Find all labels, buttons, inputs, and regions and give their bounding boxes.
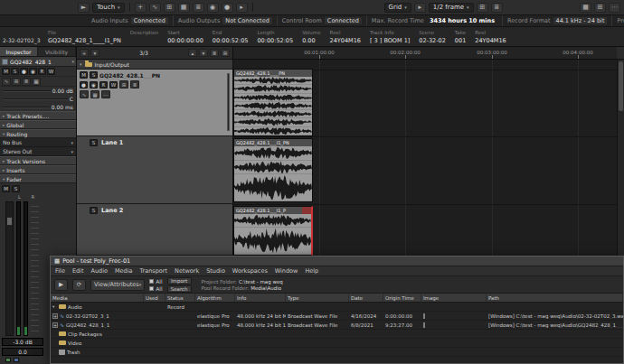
section-fader[interactable]: ▾ Fader bbox=[0, 174, 76, 183]
zoom-tool-icon[interactable]: ≣ bbox=[193, 3, 204, 13]
info-value[interactable]: 02-32-02 bbox=[419, 36, 446, 45]
track-freeze-icon[interactable]: ∿ bbox=[80, 90, 89, 98]
column-header-status[interactable]: Status bbox=[165, 294, 195, 302]
track-monitor-button[interactable]: ◉ bbox=[90, 81, 98, 89]
track-record-enable-button[interactable]: ● bbox=[80, 81, 88, 89]
chevron-down-icon[interactable]: ▾ bbox=[80, 61, 82, 67]
column-header-algorithm[interactable]: Algorithm bbox=[195, 294, 235, 302]
algorithm-cell[interactable]: elastique Pro bbox=[195, 313, 235, 319]
workspace-icon[interactable]: ▦ bbox=[580, 3, 591, 13]
waveform-thumbnail[interactable] bbox=[423, 322, 425, 328]
audio-event-lane-1[interactable]: GQ2482_428.1___I1_PN bbox=[233, 138, 313, 202]
channel-strip-icon[interactable]: ≣ bbox=[22, 78, 31, 86]
fader-mute-button[interactable]: M bbox=[2, 185, 10, 192]
lanes-icon[interactable]: ⊞ bbox=[12, 78, 21, 86]
mute-button[interactable]: M bbox=[2, 68, 10, 75]
track-more-icon[interactable]: ⋯ bbox=[101, 90, 110, 98]
track-read-button[interactable]: R bbox=[99, 81, 108, 89]
pool-row-video-folder[interactable]: Video bbox=[51, 339, 623, 348]
section-global[interactable]: ▸ Global bbox=[0, 120, 76, 129]
waveform-thumbnail[interactable] bbox=[423, 313, 425, 319]
audition-loop-button[interactable]: ⟳ bbox=[72, 279, 86, 291]
section-track-presets[interactable]: ▸ Track Presets.... bbox=[0, 111, 76, 120]
pool-row-audio-file[interactable]: + ∿ GQ2482_428_1_1 elastique Pro 48.000 … bbox=[51, 321, 623, 330]
media-name[interactable]: Trash bbox=[67, 350, 80, 355]
track-solo-button[interactable]: S bbox=[90, 71, 98, 79]
read-automation-button[interactable]: R bbox=[38, 68, 46, 75]
record-enable-button[interactable]: ● bbox=[20, 68, 28, 75]
freeze-icon[interactable]: ∿ bbox=[2, 78, 11, 86]
info-field-volume[interactable]: Volume0.00 bbox=[298, 29, 325, 45]
volume-slider[interactable] bbox=[3, 90, 51, 92]
info-value[interactable]: GQ2482_428_1____I1_PN bbox=[48, 36, 121, 45]
status-audio-inputs[interactable]: Audio Inputs Connected bbox=[87, 15, 174, 26]
info-field-start[interactable]: Start00:00:00:00 bbox=[163, 29, 208, 45]
info-field-reel[interactable]: Reel24Y04M16 bbox=[326, 29, 365, 45]
tab-visibility[interactable]: Visibility bbox=[38, 47, 76, 56]
write-automation-button[interactable]: W bbox=[47, 68, 55, 75]
algorithm-cell[interactable]: elastique Pro bbox=[195, 322, 235, 328]
info-value[interactable]: 24Y04M16 bbox=[475, 36, 506, 45]
track-channel-icon[interactable]: ▦ bbox=[90, 90, 99, 98]
grid-type-dropdown[interactable]: Grid ▾ bbox=[384, 3, 411, 13]
lane-solo-button[interactable]: S bbox=[90, 139, 98, 146]
import-button[interactable]: Import bbox=[167, 277, 192, 285]
track-lane-2[interactable]: S Lane 2 bbox=[77, 204, 233, 256]
pool-row-trash-folder[interactable]: Trash bbox=[51, 348, 623, 357]
track-controls-settings-icon[interactable]: ≣ bbox=[210, 49, 219, 57]
menu-item-network[interactable]: Network bbox=[175, 267, 199, 275]
info-field-end[interactable]: End00:00:52:05 bbox=[208, 29, 253, 45]
pool-row-audio-folder[interactable]: ▾ Audio Record bbox=[51, 303, 623, 312]
column-header-path[interactable]: Path bbox=[487, 294, 623, 302]
draw-tool-icon[interactable]: + bbox=[135, 3, 147, 13]
column-header-type[interactable]: Type bbox=[286, 294, 349, 302]
pan-value[interactable]: C bbox=[70, 96, 73, 102]
column-header-used[interactable]: Used bbox=[144, 294, 165, 302]
delay-value[interactable]: 0.00 ms bbox=[52, 104, 73, 110]
scroll-down-icon[interactable]: ▾ bbox=[199, 49, 208, 57]
track-mute-button[interactable]: M bbox=[80, 71, 88, 79]
track-lanes-icon[interactable]: ⊞ bbox=[119, 80, 128, 89]
midi-input-icon[interactable]: ≣ bbox=[491, 3, 503, 13]
status-control-room[interactable]: Control Room Connected bbox=[278, 15, 367, 26]
info-value[interactable]: 00:00:52:05 bbox=[213, 36, 249, 45]
status-frame-rate[interactable]: Project Frame Rate 24 fps bbox=[612, 15, 624, 26]
media-name[interactable]: 02-32-02T02_3_1 bbox=[66, 313, 109, 319]
filter-all-row-2[interactable]: All bbox=[149, 285, 162, 292]
monitor-button[interactable]: ◉ bbox=[29, 68, 37, 75]
inspector-track-header[interactable]: GQ2482_428_1 ▾ bbox=[0, 57, 76, 67]
setup-toolbar-icon[interactable]: ⊞ bbox=[594, 3, 606, 13]
pool-row-clip-packages-folder[interactable]: Clip Packages bbox=[51, 330, 623, 339]
add-track-icon[interactable]: + bbox=[80, 49, 89, 57]
expand-plus-icon[interactable]: + bbox=[52, 313, 58, 319]
expand-arrow-icon[interactable]: ▾ bbox=[52, 304, 57, 309]
divide-track-list-icon[interactable]: ⊞ bbox=[221, 49, 230, 57]
info-value[interactable]: 00:00:52:05 bbox=[257, 36, 293, 45]
scroll-up-icon[interactable]: ▴ bbox=[188, 49, 197, 57]
object-selection-tool-icon[interactable]: ► bbox=[78, 3, 90, 13]
menu-item-file[interactable]: File bbox=[55, 267, 65, 275]
info-field-scene[interactable]: Scene02-32-02 bbox=[414, 29, 450, 45]
audio-event-lane-2-selected[interactable]: GQ2482_428.1___I1_P bbox=[233, 206, 313, 256]
scrollbar-thumb[interactable] bbox=[619, 61, 623, 111]
volume-value[interactable]: 0.00 dB bbox=[52, 88, 73, 94]
track-name[interactable]: GQ2482_428.1___PN bbox=[99, 72, 160, 79]
tool-mode-dropdown[interactable]: Touch ▾ bbox=[92, 3, 125, 13]
mute-tool-icon[interactable]: ◉ bbox=[207, 3, 219, 13]
info-value[interactable] bbox=[130, 36, 158, 45]
audio-event-main[interactable]: GQ2482_428.1____PN bbox=[233, 69, 313, 136]
column-header-info[interactable]: Info bbox=[235, 294, 286, 302]
volume-fader[interactable] bbox=[5, 201, 14, 336]
column-header-origin-time[interactable]: Origin Time bbox=[383, 294, 421, 302]
info-value[interactable]: 001 bbox=[455, 36, 466, 45]
edit-channel-icon[interactable]: ▦ bbox=[32, 78, 41, 86]
menu-item-studio[interactable]: Studio bbox=[206, 267, 225, 275]
auto-scroll-icon[interactable]: ▸ bbox=[236, 3, 248, 13]
range-tool-icon[interactable]: ∿ bbox=[149, 3, 161, 13]
fader-level-readout[interactable]: -3.0 dB bbox=[2, 338, 43, 346]
info-field-reel-2[interactable]: Reel24Y04M16 bbox=[470, 29, 510, 45]
checkbox-icon[interactable] bbox=[149, 279, 154, 284]
menu-item-transport[interactable]: Transport bbox=[140, 267, 168, 275]
track-write-button[interactable]: W bbox=[109, 81, 118, 89]
info-value[interactable]: 24Y04M16 bbox=[330, 36, 361, 45]
